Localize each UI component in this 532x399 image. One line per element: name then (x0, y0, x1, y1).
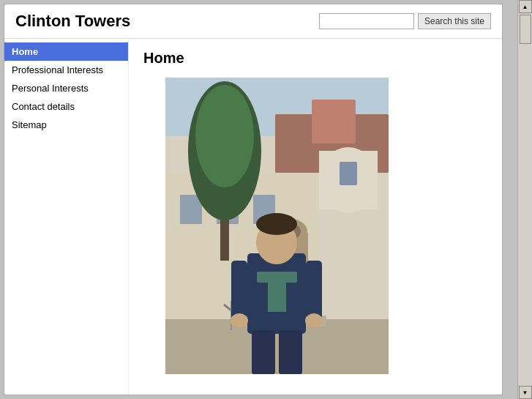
sidebar-item-home[interactable]: Home (4, 42, 128, 61)
sidebar-item-professional[interactable]: Professional Interests (4, 61, 128, 79)
search-button[interactable]: Search this site (418, 13, 491, 29)
main-content: Home (129, 39, 502, 395)
svg-rect-34 (279, 330, 302, 374)
svg-rect-30 (306, 261, 322, 319)
page-title: Home (143, 50, 487, 67)
svg-rect-33 (252, 330, 275, 374)
svg-rect-28 (268, 283, 286, 312)
header: Clinton Towers Search this site (4, 4, 502, 39)
app-container: Clinton Towers Search this site Home Pro… (0, 0, 532, 399)
site-title: Clinton Towers (15, 12, 130, 31)
svg-point-32 (305, 313, 323, 328)
scroll-up-button[interactable]: ▲ (519, 0, 532, 13)
svg-point-16 (195, 85, 254, 187)
sidebar-item-sitemap[interactable]: Sitemap (4, 116, 128, 134)
sidebar-item-contact[interactable]: Contact details (4, 97, 128, 116)
svg-rect-3 (312, 100, 356, 143)
scroll-thumb[interactable] (520, 15, 531, 44)
main-photo (165, 78, 389, 374)
sidebar-item-personal[interactable]: Personal Interests (4, 79, 128, 97)
svg-rect-29 (231, 261, 247, 319)
page-wrapper: Clinton Towers Search this site Home Pro… (4, 4, 503, 395)
body-area: Home Professional Interests Personal Int… (4, 39, 502, 395)
search-area: Search this site (319, 13, 491, 29)
svg-rect-6 (340, 162, 357, 185)
scroll-down-button[interactable]: ▼ (519, 386, 532, 399)
svg-rect-27 (257, 272, 297, 283)
svg-point-31 (231, 313, 248, 328)
search-input[interactable] (319, 13, 414, 29)
scrollbar[interactable]: ▲ ▼ (517, 0, 532, 399)
sidebar: Home Professional Interests Personal Int… (4, 39, 129, 395)
svg-point-26 (256, 213, 297, 235)
